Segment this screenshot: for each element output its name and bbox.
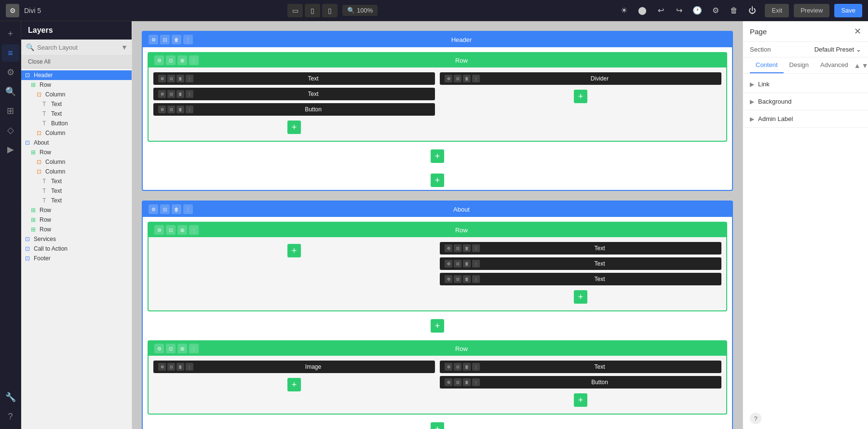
row-layout-icon[interactable]: ⊞ <box>177 55 187 65</box>
row-layout-icon[interactable]: ⊞ <box>177 225 187 235</box>
arrow-down-icon[interactable]: ▼ <box>862 62 868 69</box>
mod-more-icon[interactable]: ⋮ <box>472 244 480 252</box>
layout-icon[interactable]: ⊞ <box>2 102 19 120</box>
search-icon[interactable]: 🔍 <box>2 83 19 100</box>
tree-item-row3[interactable]: ⊞Row <box>21 205 132 215</box>
arrow-up-icon[interactable]: ▲ <box>854 62 861 69</box>
section-delete-icon[interactable]: 🗑 <box>172 35 181 44</box>
mod-copy-icon[interactable]: ⊡ <box>454 260 461 268</box>
section-delete-icon[interactable]: 🗑 <box>172 204 181 214</box>
tree-item-col2[interactable]: ⊡Column <box>21 128 132 138</box>
row-copy-icon[interactable]: ⊡ <box>166 225 176 235</box>
tab-design[interactable]: Design <box>784 57 814 73</box>
undo-icon[interactable]: ↩ <box>653 4 668 17</box>
section-settings-icon[interactable]: ⚙ <box>149 204 158 214</box>
mod-copy-icon[interactable]: ⊡ <box>167 106 175 113</box>
tree-item-text5[interactable]: TText <box>21 196 132 205</box>
mod-delete-icon[interactable]: 🗑 <box>176 106 184 113</box>
add-module-btn[interactable]: + <box>287 378 301 391</box>
mod-delete-icon[interactable]: 🗑 <box>463 378 471 386</box>
preview-button[interactable]: Preview <box>794 4 829 17</box>
settings2-icon[interactable]: ⚙ <box>2 64 19 81</box>
circle-icon[interactable]: ⬤ <box>635 4 650 17</box>
redo-icon[interactable]: ↪ <box>671 4 687 17</box>
save-button[interactable]: Save <box>834 4 862 17</box>
tree-item-row5[interactable]: ⊞Row <box>21 225 132 234</box>
shapes-icon[interactable]: ◇ <box>2 121 19 139</box>
help-question-icon[interactable]: ? <box>750 413 761 424</box>
tree-item-btn1[interactable]: TButton <box>21 119 132 128</box>
filter-icon[interactable]: ▼ <box>121 43 128 51</box>
mod-copy-icon[interactable]: ⊡ <box>167 363 175 371</box>
mod-copy-icon[interactable]: ⊡ <box>167 75 175 82</box>
mod-settings-icon[interactable]: ⚙ <box>158 106 166 113</box>
row-settings-icon[interactable]: ⚙ <box>154 225 164 235</box>
add-row2-btn[interactable]: + <box>431 422 444 429</box>
trash-icon[interactable]: 🗑 <box>726 4 742 17</box>
mod-settings-icon[interactable]: ⚙ <box>445 75 452 82</box>
accordion-link-header[interactable]: ▶ Link <box>743 76 868 93</box>
mod-copy-icon[interactable]: ⊡ <box>454 75 461 82</box>
tree-item-footer[interactable]: ⊡Footer <box>21 254 132 263</box>
tree-item-col1[interactable]: ⊡Column <box>21 90 132 99</box>
tree-item-col3[interactable]: ⊡Column <box>21 157 132 167</box>
tree-item-cta[interactable]: ⊡Call to Action <box>21 244 132 254</box>
wrench-icon[interactable]: 🔧 <box>2 389 19 406</box>
add-module-icon[interactable]: + <box>2 25 19 42</box>
mod-settings-icon[interactable]: ⚙ <box>158 90 166 98</box>
mod-settings-icon[interactable]: ⚙ <box>445 378 452 386</box>
mod-more-icon[interactable]: ⋮ <box>186 106 193 113</box>
row-copy-icon[interactable]: ⊡ <box>166 55 176 65</box>
tree-item-row4[interactable]: ⊞Row <box>21 215 132 225</box>
settings-icon[interactable]: ⚙ <box>708 4 723 17</box>
accordion-background-header[interactable]: ▶ Background <box>743 93 868 110</box>
mod-more-icon[interactable]: ⋮ <box>186 75 193 82</box>
mobile-btn[interactable]: ▯ <box>322 4 338 17</box>
tree-item-text3[interactable]: TText <box>21 176 132 186</box>
add-section-btn[interactable]: + <box>431 174 444 187</box>
add-module-btn[interactable]: + <box>287 244 301 257</box>
mod-delete-icon[interactable]: 🗑 <box>176 75 184 82</box>
mod-delete-icon[interactable]: 🗑 <box>463 244 471 252</box>
mod-settings-icon[interactable]: ⚙ <box>445 244 452 252</box>
tab-advanced[interactable]: Advanced <box>814 57 854 73</box>
mod-copy-icon[interactable]: ⊡ <box>454 378 461 386</box>
tab-content[interactable]: Content <box>750 57 784 73</box>
zoom-control[interactable]: 🔍 100% <box>342 5 378 16</box>
mod-more-icon[interactable]: ⋮ <box>472 275 480 283</box>
mod-settings-icon[interactable]: ⚙ <box>445 260 452 268</box>
desktop-btn[interactable]: ▭ <box>287 4 303 17</box>
tree-item-text4[interactable]: TText <box>21 186 132 196</box>
section-settings-icon[interactable]: ⚙ <box>149 35 158 44</box>
mod-settings-icon[interactable]: ⚙ <box>445 363 452 371</box>
tree-item-about[interactable]: ⊡About <box>21 138 132 147</box>
mod-delete-icon[interactable]: 🗑 <box>463 275 471 283</box>
accordion-admin-label-header[interactable]: ▶ Admin Label <box>743 110 868 127</box>
section-copy-icon[interactable]: ⊡ <box>160 35 170 44</box>
mod-more-icon[interactable]: ⋮ <box>472 363 480 371</box>
tree-item-row1[interactable]: ⊞Row <box>21 80 132 90</box>
section-more-icon[interactable]: ⋮ <box>183 204 193 214</box>
search-input[interactable] <box>37 44 118 51</box>
right-panel-close-button[interactable]: ✕ <box>854 26 861 37</box>
mod-copy-icon[interactable]: ⊡ <box>454 275 461 283</box>
row-more-icon[interactable]: ⋮ <box>189 55 199 65</box>
media-icon[interactable]: ▶ <box>2 141 19 158</box>
mod-more-icon[interactable]: ⋮ <box>186 90 193 98</box>
add-module-btn[interactable]: + <box>574 290 587 304</box>
row-more-icon[interactable]: ⋮ <box>189 344 199 353</box>
add-module-btn[interactable]: + <box>574 90 587 103</box>
mod-more-icon[interactable]: ⋮ <box>472 378 480 386</box>
mod-delete-icon[interactable]: 🗑 <box>463 260 471 268</box>
help-icon[interactable]: ? <box>2 408 19 425</box>
row-more-icon[interactable]: ⋮ <box>189 225 199 235</box>
mod-more-icon[interactable]: ⋮ <box>472 260 480 268</box>
section-preset-value[interactable]: Default Preset ⌄ <box>814 46 861 53</box>
mod-settings-icon[interactable]: ⚙ <box>158 75 166 82</box>
tree-item-header[interactable]: ⊡Header <box>21 70 132 80</box>
mod-more-icon[interactable]: ⋮ <box>472 75 480 82</box>
tree-item-text2[interactable]: TText <box>21 109 132 119</box>
row-copy-icon[interactable]: ⊡ <box>166 344 176 353</box>
row-settings-icon[interactable]: ⚙ <box>154 344 164 353</box>
tree-item-col4[interactable]: ⊡Column <box>21 167 132 176</box>
